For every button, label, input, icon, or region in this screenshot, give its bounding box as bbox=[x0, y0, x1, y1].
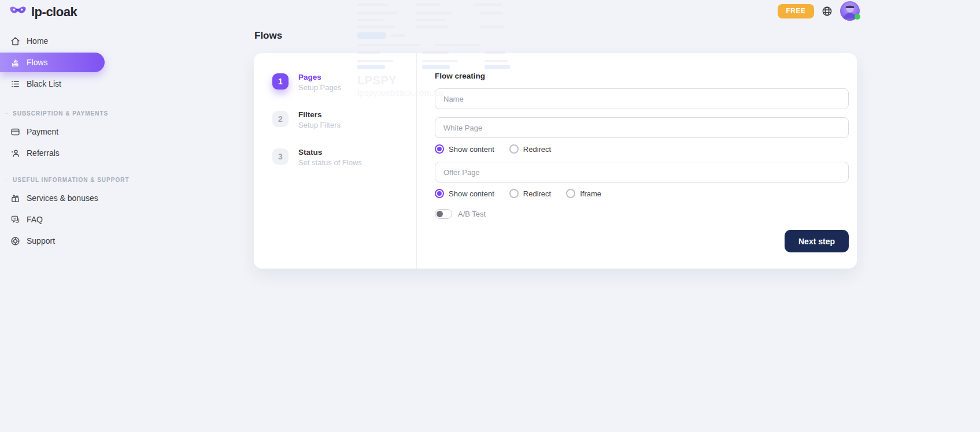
sidebar-item-label: Black List bbox=[27, 79, 61, 88]
step-pages[interactable]: 1 Pages Setup Pages bbox=[272, 72, 416, 92]
sidebar-nav: Home Flows Black List SUBSCRIPTION & PAY… bbox=[0, 31, 110, 252]
sidebar-item-label: Home bbox=[27, 36, 48, 46]
radio-selected-icon[interactable] bbox=[435, 144, 444, 154]
next-step-button[interactable]: Next step bbox=[785, 230, 849, 252]
lifebuoy-icon bbox=[10, 236, 20, 246]
payment-icon bbox=[10, 127, 20, 137]
page-title: Flows bbox=[254, 30, 282, 42]
sidebar-item-faq[interactable]: ?! FAQ bbox=[0, 210, 110, 229]
radio-label: Show content bbox=[449, 145, 494, 154]
sidebar-item-flows[interactable]: Flows bbox=[0, 53, 105, 72]
step-title: Filters bbox=[298, 110, 341, 120]
ab-test-label: A/B Test bbox=[458, 210, 486, 218]
ab-test-row: A/B Test bbox=[435, 209, 849, 219]
flow-creating-card: 1 Pages Setup Pages 2 Filters Setup Filt… bbox=[254, 53, 857, 269]
step-number-badge: 3 bbox=[272, 148, 289, 165]
step-subtitle: Setup Pages bbox=[298, 83, 341, 92]
toggle-knob bbox=[437, 211, 443, 217]
radio-unselected-icon[interactable] bbox=[509, 144, 519, 154]
white-show-content-option[interactable]: Show content bbox=[435, 144, 494, 154]
sidebar: lp-cloak Home Flows Black List bbox=[0, 0, 110, 432]
online-status-dot bbox=[855, 14, 860, 20]
referrals-icon bbox=[10, 148, 20, 158]
brand-logo[interactable]: lp-cloak bbox=[9, 5, 77, 20]
sidebar-item-referrals[interactable]: Referrals bbox=[0, 143, 110, 163]
sidebar-item-home[interactable]: Home bbox=[0, 31, 110, 51]
flow-form: Flow creating Show content Redirect Show… bbox=[417, 53, 857, 269]
sidebar-item-label: Payment bbox=[27, 127, 58, 136]
step-subtitle: Setup Filters bbox=[298, 121, 341, 129]
step-number-badge: 2 bbox=[272, 111, 289, 127]
sidebar-item-label: Referrals bbox=[27, 148, 60, 158]
step-filters[interactable]: 2 Filters Setup Filters bbox=[272, 110, 416, 129]
sidebar-section-support: USEFUL INFORMATION & SUPPORT bbox=[0, 177, 110, 183]
ab-test-toggle[interactable] bbox=[435, 209, 452, 219]
plan-badge[interactable]: FREE bbox=[778, 4, 814, 18]
form-title: Flow creating bbox=[435, 72, 849, 80]
white-redirect-option[interactable]: Redirect bbox=[509, 144, 551, 154]
step-status[interactable]: 3 Status Set status of Flows bbox=[272, 147, 416, 167]
blacklist-icon bbox=[10, 79, 20, 89]
sidebar-item-services-bonuses[interactable]: Services & bonuses bbox=[0, 188, 110, 208]
header-actions: FREE bbox=[778, 1, 860, 21]
faq-icon: ?! bbox=[10, 215, 20, 225]
radio-selected-icon[interactable] bbox=[435, 189, 444, 198]
offer-redirect-option[interactable]: Redirect bbox=[509, 189, 551, 198]
brand-name: lp-cloak bbox=[31, 5, 77, 20]
sidebar-item-label: FAQ bbox=[27, 215, 43, 224]
offer-page-mode-radios: Show content Redirect Iframe bbox=[435, 189, 849, 198]
offer-show-content-option[interactable]: Show content bbox=[435, 189, 494, 198]
offer-page-input[interactable] bbox=[435, 162, 849, 183]
sidebar-item-black-list[interactable]: Black List bbox=[0, 74, 110, 94]
app-root: lp-cloak Home Flows Black List bbox=[0, 0, 980, 432]
svg-text:?!: ?! bbox=[13, 217, 16, 220]
globe-icon bbox=[822, 6, 833, 17]
step-title: Status bbox=[298, 147, 362, 157]
flow-name-input[interactable] bbox=[435, 88, 849, 109]
white-page-input[interactable] bbox=[435, 117, 849, 138]
offer-iframe-option[interactable]: Iframe bbox=[566, 189, 601, 198]
white-page-mode-radios: Show content Redirect bbox=[435, 144, 849, 154]
wizard-steps: 1 Pages Setup Pages 2 Filters Setup Filt… bbox=[254, 53, 417, 269]
sidebar-item-payment[interactable]: Payment bbox=[0, 122, 110, 141]
sidebar-item-label: Support bbox=[27, 236, 55, 245]
step-subtitle: Set status of Flows bbox=[298, 158, 362, 167]
radio-unselected-icon[interactable] bbox=[566, 189, 575, 198]
radio-label: Redirect bbox=[523, 145, 551, 154]
radio-label: Iframe bbox=[580, 189, 601, 198]
radio-label: Show content bbox=[449, 189, 494, 198]
step-title: Pages bbox=[298, 72, 341, 82]
mask-logo-icon bbox=[9, 6, 27, 18]
gift-icon bbox=[10, 193, 20, 203]
language-globe-button[interactable] bbox=[822, 6, 833, 17]
home-icon bbox=[10, 36, 20, 46]
flows-icon bbox=[10, 58, 20, 68]
sidebar-item-support[interactable]: Support bbox=[0, 231, 110, 251]
radio-label: Redirect bbox=[523, 189, 551, 198]
sidebar-item-label: Flows bbox=[27, 58, 48, 67]
radio-unselected-icon[interactable] bbox=[509, 189, 519, 198]
user-avatar[interactable] bbox=[840, 1, 860, 21]
sidebar-item-label: Services & bonuses bbox=[27, 193, 98, 203]
sidebar-section-subscription: SUBSCRIPTION & PAYMENTS bbox=[0, 110, 110, 117]
step-number-badge: 1 bbox=[272, 73, 289, 90]
